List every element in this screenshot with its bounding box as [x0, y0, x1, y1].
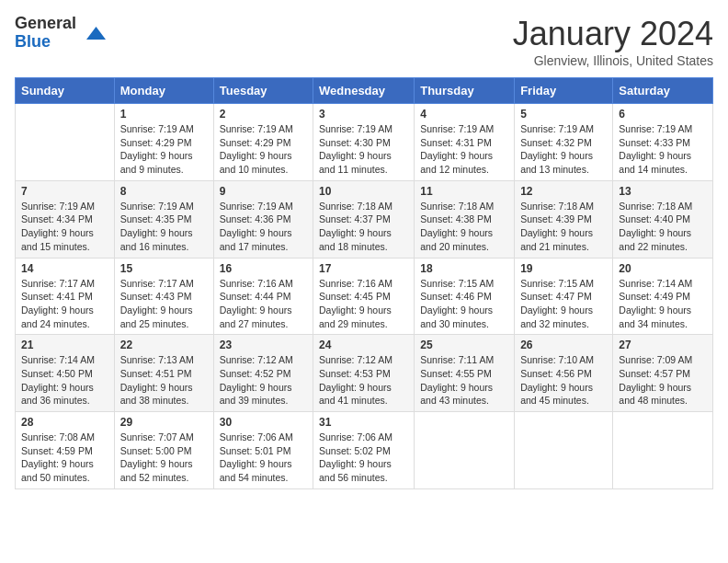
- svg-marker-0: [86, 27, 106, 40]
- day-number: 10: [319, 185, 408, 198]
- calendar-cell: 3Sunrise: 7:19 AM Sunset: 4:30 PM Daylig…: [313, 104, 415, 181]
- day-number: 17: [319, 262, 408, 275]
- calendar-cell: 13Sunrise: 7:18 AM Sunset: 4:40 PM Dayli…: [613, 180, 713, 258]
- day-number: 13: [619, 185, 707, 198]
- location-text: Glenview, Illinois, United States: [513, 53, 713, 68]
- calendar-cell: 18Sunrise: 7:15 AM Sunset: 4:46 PM Dayli…: [415, 258, 515, 335]
- calendar-cell: 8Sunrise: 7:19 AM Sunset: 4:35 PM Daylig…: [114, 180, 213, 258]
- calendar-cell: [515, 412, 613, 489]
- day-detail: Sunrise: 7:15 AM Sunset: 4:47 PM Dayligh…: [520, 277, 607, 331]
- calendar-cell: 28Sunrise: 7:08 AM Sunset: 4:59 PM Dayli…: [16, 412, 115, 489]
- page-header: General Blue January 2024 Glenview, Illi…: [15, 15, 713, 68]
- title-block: January 2024 Glenview, Illinois, United …: [513, 15, 713, 68]
- calendar-cell: [613, 412, 713, 489]
- calendar-cell: 5Sunrise: 7:19 AM Sunset: 4:32 PM Daylig…: [515, 104, 613, 181]
- calendar-cell: 30Sunrise: 7:06 AM Sunset: 5:01 PM Dayli…: [213, 412, 313, 489]
- calendar-cell: 14Sunrise: 7:17 AM Sunset: 4:41 PM Dayli…: [16, 258, 115, 335]
- week-row-3: 14Sunrise: 7:17 AM Sunset: 4:41 PM Dayli…: [16, 258, 713, 335]
- logo-icon: [80, 20, 106, 46]
- day-detail: Sunrise: 7:16 AM Sunset: 4:45 PM Dayligh…: [319, 277, 408, 331]
- calendar-table: SundayMondayTuesdayWednesdayThursdayFrid…: [15, 77, 713, 489]
- day-header-tuesday: Tuesday: [213, 78, 313, 104]
- day-detail: Sunrise: 7:17 AM Sunset: 4:41 PM Dayligh…: [21, 277, 108, 331]
- calendar-cell: 1Sunrise: 7:19 AM Sunset: 4:29 PM Daylig…: [114, 104, 213, 181]
- calendar-cell: 23Sunrise: 7:12 AM Sunset: 4:52 PM Dayli…: [213, 335, 313, 412]
- calendar-cell: 21Sunrise: 7:14 AM Sunset: 4:50 PM Dayli…: [16, 335, 115, 412]
- day-number: 27: [619, 339, 707, 351]
- day-number: 26: [520, 339, 607, 351]
- calendar-cell: 12Sunrise: 7:18 AM Sunset: 4:39 PM Dayli…: [515, 180, 613, 258]
- day-detail: Sunrise: 7:18 AM Sunset: 4:40 PM Dayligh…: [619, 200, 707, 254]
- calendar-cell: 7Sunrise: 7:19 AM Sunset: 4:34 PM Daylig…: [16, 180, 115, 258]
- day-detail: Sunrise: 7:13 AM Sunset: 4:51 PM Dayligh…: [120, 353, 208, 408]
- day-detail: Sunrise: 7:12 AM Sunset: 4:53 PM Dayligh…: [319, 353, 408, 408]
- day-number: 14: [21, 262, 108, 275]
- logo-general-text: General: [15, 15, 76, 33]
- day-detail: Sunrise: 7:19 AM Sunset: 4:31 PM Dayligh…: [420, 122, 508, 177]
- calendar-cell: 15Sunrise: 7:17 AM Sunset: 4:43 PM Dayli…: [114, 258, 213, 335]
- day-detail: Sunrise: 7:07 AM Sunset: 5:00 PM Dayligh…: [120, 431, 208, 485]
- day-number: 8: [120, 185, 208, 198]
- calendar-cell: 17Sunrise: 7:16 AM Sunset: 4:45 PM Dayli…: [313, 258, 415, 335]
- day-number: 25: [420, 339, 508, 351]
- day-number: 2: [220, 108, 307, 121]
- day-number: 3: [319, 108, 408, 121]
- day-detail: Sunrise: 7:19 AM Sunset: 4:36 PM Dayligh…: [220, 200, 307, 254]
- week-row-5: 28Sunrise: 7:08 AM Sunset: 4:59 PM Dayli…: [16, 412, 713, 489]
- calendar-cell: 4Sunrise: 7:19 AM Sunset: 4:31 PM Daylig…: [415, 104, 515, 181]
- calendar-cell: 22Sunrise: 7:13 AM Sunset: 4:51 PM Dayli…: [114, 335, 213, 412]
- day-number: 16: [220, 262, 307, 275]
- day-header-saturday: Saturday: [613, 78, 713, 104]
- calendar-cell: [16, 104, 115, 181]
- day-number: 28: [21, 416, 108, 429]
- day-detail: Sunrise: 7:14 AM Sunset: 4:49 PM Dayligh…: [619, 277, 707, 331]
- day-number: 19: [520, 262, 607, 275]
- day-detail: Sunrise: 7:19 AM Sunset: 4:29 PM Dayligh…: [220, 122, 307, 177]
- day-number: 12: [520, 185, 607, 198]
- calendar-cell: 19Sunrise: 7:15 AM Sunset: 4:47 PM Dayli…: [515, 258, 613, 335]
- day-detail: Sunrise: 7:19 AM Sunset: 4:34 PM Dayligh…: [21, 200, 108, 254]
- day-detail: Sunrise: 7:18 AM Sunset: 4:39 PM Dayligh…: [520, 200, 607, 254]
- day-detail: Sunrise: 7:06 AM Sunset: 5:02 PM Dayligh…: [319, 431, 408, 485]
- day-detail: Sunrise: 7:19 AM Sunset: 4:32 PM Dayligh…: [520, 122, 607, 177]
- day-number: 29: [120, 416, 208, 429]
- calendar-cell: 31Sunrise: 7:06 AM Sunset: 5:02 PM Dayli…: [313, 412, 415, 489]
- day-header-sunday: Sunday: [16, 78, 115, 104]
- day-number: 1: [120, 108, 208, 121]
- calendar-cell: 24Sunrise: 7:12 AM Sunset: 4:53 PM Dayli…: [313, 335, 415, 412]
- day-number: 15: [120, 262, 208, 275]
- day-number: 7: [21, 185, 108, 198]
- calendar-cell: 6Sunrise: 7:19 AM Sunset: 4:33 PM Daylig…: [613, 104, 713, 181]
- day-detail: Sunrise: 7:18 AM Sunset: 4:38 PM Dayligh…: [420, 200, 508, 254]
- calendar-cell: 20Sunrise: 7:14 AM Sunset: 4:49 PM Dayli…: [613, 258, 713, 335]
- day-detail: Sunrise: 7:09 AM Sunset: 4:57 PM Dayligh…: [619, 353, 707, 408]
- day-detail: Sunrise: 7:17 AM Sunset: 4:43 PM Dayligh…: [120, 277, 208, 331]
- day-number: 9: [220, 185, 307, 198]
- day-number: 23: [220, 339, 307, 351]
- day-number: 11: [420, 185, 508, 198]
- day-number: 6: [619, 108, 707, 121]
- day-number: 30: [220, 416, 307, 429]
- day-header-friday: Friday: [515, 78, 613, 104]
- day-number: 20: [619, 262, 707, 275]
- day-header-thursday: Thursday: [415, 78, 515, 104]
- day-number: 18: [420, 262, 508, 275]
- day-detail: Sunrise: 7:14 AM Sunset: 4:50 PM Dayligh…: [21, 353, 108, 408]
- calendar-cell: [415, 412, 515, 489]
- calendar-cell: 9Sunrise: 7:19 AM Sunset: 4:36 PM Daylig…: [213, 180, 313, 258]
- day-header-wednesday: Wednesday: [313, 78, 415, 104]
- day-number: 24: [319, 339, 408, 351]
- calendar-cell: 11Sunrise: 7:18 AM Sunset: 4:38 PM Dayli…: [415, 180, 515, 258]
- day-detail: Sunrise: 7:19 AM Sunset: 4:29 PM Dayligh…: [120, 122, 208, 177]
- day-header-monday: Monday: [114, 78, 213, 104]
- day-detail: Sunrise: 7:16 AM Sunset: 4:44 PM Dayligh…: [220, 277, 307, 331]
- day-detail: Sunrise: 7:18 AM Sunset: 4:37 PM Dayligh…: [319, 200, 408, 254]
- day-detail: Sunrise: 7:19 AM Sunset: 4:35 PM Dayligh…: [120, 200, 208, 254]
- days-header-row: SundayMondayTuesdayWednesdayThursdayFrid…: [16, 78, 713, 104]
- day-number: 21: [21, 339, 108, 351]
- day-number: 4: [420, 108, 508, 121]
- day-number: 22: [120, 339, 208, 351]
- calendar-cell: 16Sunrise: 7:16 AM Sunset: 4:44 PM Dayli…: [213, 258, 313, 335]
- logo: General Blue: [15, 15, 106, 52]
- calendar-cell: 10Sunrise: 7:18 AM Sunset: 4:37 PM Dayli…: [313, 180, 415, 258]
